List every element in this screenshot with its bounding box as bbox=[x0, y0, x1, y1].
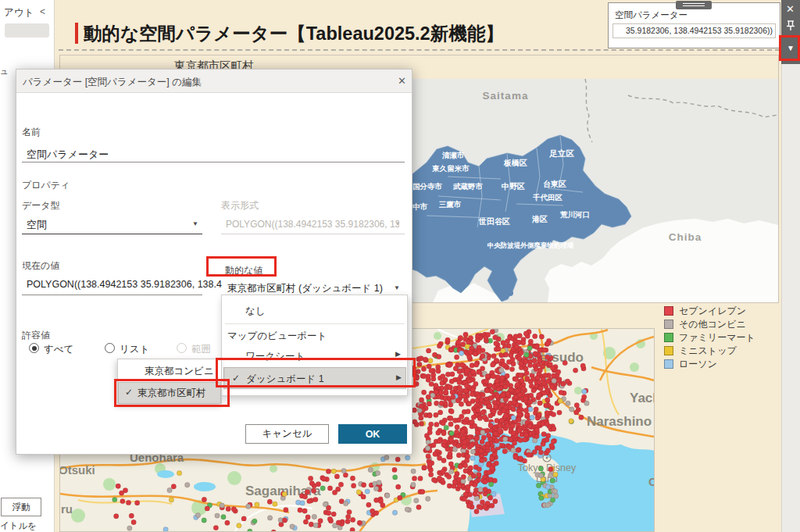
lake-2 bbox=[194, 482, 216, 491]
legend-item[interactable]: ローソン bbox=[664, 359, 781, 369]
map-label: 三鷹市 bbox=[439, 200, 462, 209]
legend-item[interactable]: ミニストップ bbox=[664, 346, 781, 355]
map-label: 東久留米市 bbox=[431, 164, 470, 173]
dynamic-value-caret-icon[interactable]: ▼ bbox=[394, 284, 400, 291]
show-title-clipped-label: イトルを bbox=[0, 520, 37, 532]
legend-item[interactable]: ファミリーマート bbox=[664, 333, 781, 342]
name-underline bbox=[22, 162, 405, 162]
map-label: 板橋区 bbox=[503, 159, 527, 167]
title-accent-bar bbox=[75, 23, 78, 44]
pin-icon[interactable] bbox=[785, 20, 796, 35]
data-type-caret-icon[interactable]: ▼ bbox=[192, 220, 198, 227]
legend-swatch bbox=[664, 346, 673, 355]
menu-item-dashboard1-label: ダッシュボード 1 bbox=[246, 373, 324, 386]
check-icon: ✓ bbox=[125, 387, 133, 398]
right-gutter bbox=[781, 0, 800, 532]
current-value-underline bbox=[22, 295, 202, 295]
menu-item-none[interactable]: なし bbox=[245, 305, 266, 318]
name-label: 名前 bbox=[22, 126, 41, 139]
parameter-value-input[interactable]: 35.9182306, 138.4942153 35.9182306)) bbox=[612, 23, 776, 38]
submenu-item-tokyo-conbini[interactable]: 東京都コンビニ bbox=[118, 359, 221, 382]
radio-list[interactable] bbox=[105, 343, 115, 353]
dialog-title: パラメーター [空間パラメーター] の編集 bbox=[23, 76, 202, 89]
legend-label: ファミリーマート bbox=[679, 331, 755, 345]
properties-label: プロパティ bbox=[22, 179, 70, 192]
map-label: Narashino bbox=[587, 414, 652, 429]
legend-label: その他コンビニ bbox=[679, 318, 746, 331]
close-icon[interactable]: ✕ bbox=[786, 3, 795, 15]
display-format-caret-icon: ▼ bbox=[395, 220, 401, 227]
sidebar-clipped-text: ュ bbox=[0, 66, 9, 77]
map-label: 中野区 bbox=[502, 182, 525, 191]
data-type-underline bbox=[22, 234, 202, 234]
island-dot bbox=[507, 290, 513, 296]
parameter-card[interactable]: 空間パラメーター 35.9182306, 138.4942153 35.9182… bbox=[608, 2, 780, 48]
menu-item-dashboard1[interactable]: ✓ ダッシュボード 1 ▶ bbox=[223, 367, 406, 389]
legend-label: セブンイレブン bbox=[679, 305, 746, 318]
name-input[interactable]: 空間パラメーター bbox=[27, 148, 109, 162]
legend-label: ローソン bbox=[679, 358, 717, 371]
display-format-label: 表示形式 bbox=[221, 199, 259, 212]
dialog-close-icon[interactable]: ✕ bbox=[398, 75, 406, 87]
menu-group-viewport: マップのビューポート bbox=[227, 330, 327, 343]
legend: セブンイレブンその他コンビニファミリーマートミニストップローソン bbox=[664, 306, 781, 373]
map-label: C bbox=[648, 475, 654, 488]
card-dropdown-icon[interactable]: ▼ bbox=[787, 44, 795, 52]
legend-item[interactable]: セブンイレブン bbox=[664, 306, 781, 316]
map-label: Saitama bbox=[483, 90, 529, 102]
submenu-item-tokyo-municipalities[interactable]: ✓ 東京都市区町村 bbox=[118, 382, 221, 404]
map-label: 台東区 bbox=[543, 180, 566, 188]
legend-label: ミニストップ bbox=[679, 345, 737, 358]
submenu-item-label: 東京都市区町村 bbox=[138, 387, 206, 400]
radio-all[interactable] bbox=[29, 343, 39, 353]
map-label: 世田谷区 bbox=[478, 217, 510, 226]
allowable-values-label: 許容値 bbox=[22, 329, 50, 342]
card-side-toolbar: ✕ ▼ bbox=[781, 0, 800, 64]
data-type-select[interactable]: 空間 bbox=[27, 218, 47, 232]
radio-range-label: 範囲 bbox=[191, 343, 211, 356]
legend-item[interactable]: その他コンビニ bbox=[664, 320, 781, 329]
map-label: 国分寺市 bbox=[412, 182, 443, 191]
floating-button[interactable]: 浮動 bbox=[1, 498, 41, 516]
submenu-arrow-icon: ▶ bbox=[396, 373, 402, 381]
sidebar-list-item[interactable] bbox=[5, 23, 49, 37]
display-format-select: POLYGON((138.4942153 35.9182306, 13 bbox=[226, 219, 399, 230]
legend-swatch bbox=[664, 333, 673, 342]
legend-swatch bbox=[664, 306, 673, 316]
map-label: 千代田区 bbox=[532, 193, 563, 202]
radio-range bbox=[177, 343, 187, 353]
map-label: Tokyo Disney bbox=[518, 462, 577, 473]
zone-selection-dashed-border bbox=[59, 49, 780, 51]
submenu-arrow-icon: ▶ bbox=[395, 350, 401, 358]
sidebar-collapse-icon[interactable]: < bbox=[40, 6, 45, 17]
dialog-header[interactable]: パラメーター [空間パラメーター] の編集 ✕ bbox=[16, 70, 412, 93]
map-label: ru bbox=[61, 502, 73, 516]
lake bbox=[157, 470, 174, 478]
parameter-card-title: 空間パラメーター bbox=[615, 9, 688, 21]
map-label: 港区 bbox=[531, 215, 548, 223]
menu-item-worksheet[interactable]: ワークシート bbox=[245, 350, 305, 363]
radio-all-label: すべて bbox=[44, 343, 73, 356]
map-label: Chiba bbox=[669, 231, 702, 243]
cancel-button[interactable]: キャンセル bbox=[245, 424, 329, 444]
dynamic-value-select[interactable]: 東京都市区町村 (ダッシュボード 1) bbox=[227, 282, 383, 295]
current-value-input[interactable]: POLYGON((138.4942153 35.9182306, 138.4 bbox=[27, 279, 222, 290]
drag-handle[interactable] bbox=[676, 1, 712, 9]
sidebar-tab-layout[interactable]: アウト bbox=[4, 6, 34, 20]
menu-separator bbox=[225, 323, 405, 324]
data-type-label: データ型 bbox=[22, 199, 60, 212]
dynamic-value-menu: なし マップのビューポート ワークシート ▶ ✓ ダッシュボード 1 ▶ bbox=[221, 295, 408, 396]
map-label: 中央防波堤外側廃棄物処理場 bbox=[488, 241, 574, 249]
check-icon: ✓ bbox=[232, 373, 240, 384]
map-label: Otsuki bbox=[60, 463, 95, 477]
map-label: 足立区 bbox=[548, 148, 574, 158]
legend-swatch bbox=[664, 359, 673, 369]
worksheet-submenu: 東京都コンビニ ✓ 東京都市区町村 bbox=[117, 359, 222, 404]
ok-button[interactable]: OK bbox=[338, 424, 407, 444]
map-label: Yach bbox=[630, 391, 654, 405]
radio-list-label: リスト bbox=[120, 343, 149, 356]
current-value-label: 現在の値 bbox=[22, 259, 59, 273]
page-title: 動的な空間パラメーター【Tableau2025.2新機能】 bbox=[84, 21, 504, 46]
map-label: 荒川河口 bbox=[559, 210, 590, 219]
display-format-underline bbox=[221, 234, 405, 234]
